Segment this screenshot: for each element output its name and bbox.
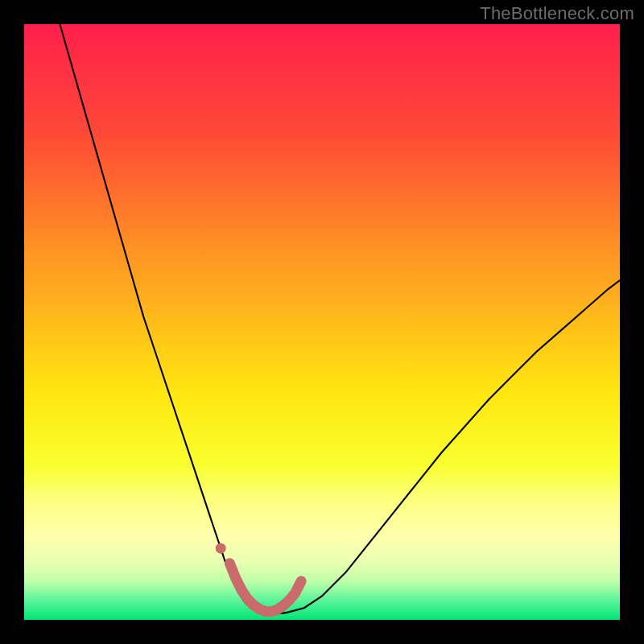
points-layer	[216, 543, 226, 554]
bottleneck-chart	[24, 24, 620, 620]
optimum-dot-left	[216, 543, 226, 554]
watermark-text: TheBottleneck.com	[480, 3, 634, 24]
gradient-background	[24, 24, 620, 620]
chart-frame: TheBottleneck.com	[0, 0, 644, 644]
